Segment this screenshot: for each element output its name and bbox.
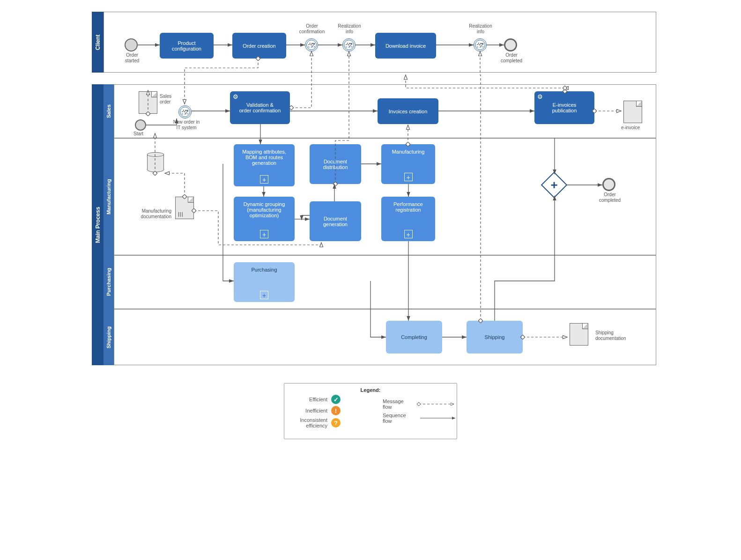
product-configuration-task: Product configuration [160,33,214,59]
client-start-label: Order started [121,52,143,64]
einvoice-label: e-invoice [621,125,640,131]
mfg-end-label: Order completed [597,192,623,203]
document-generation-task: Document generation [310,201,361,241]
lane-sales-header: Sales [104,84,114,138]
legend-title: Legend: [290,387,451,393]
mfg-doc: ||| [175,197,194,219]
performance-registration-task: Performance registration+ [381,197,435,241]
client-end-event [504,38,517,52]
sales-start-event [135,119,146,131]
invoices-creation-task: Invoices creation [378,98,438,124]
pool-client-header: Client [92,12,104,73]
completing-task: Completing [386,321,442,354]
sales-order-doc [139,91,157,114]
legend-box: Legend: Efficient✓ Inefficient! Inconsis… [284,383,457,439]
order-confirmation-event [305,38,318,52]
mapping-task: Mapping attributes, BOM and routes gener… [234,144,295,186]
document-distribution-task: Document distribution [310,144,361,184]
pool-main-header: Main Process [92,84,104,365]
datastore-icon [147,152,164,173]
legend-msgflow-label: Message flow [383,398,413,410]
shipping-doc [570,323,588,346]
check-icon: ✓ [331,395,341,404]
mfg-doc-label: Manufacturing documentation [129,208,171,220]
sales-order-label: Sales order [160,94,171,105]
legend-efficient-label: Efficient [290,397,327,402]
client-start-event [125,38,138,52]
gear-icon: ⚙ [537,93,543,100]
shipping-doc-label: Shipping documentation [595,330,626,341]
sales-start-label: Start [133,131,143,137]
einvoice-doc [623,101,642,123]
legend-seqflow-label: Sequence flow [383,413,414,424]
bpmn-diagram: Client Main Process Sales Manufacturing … [78,0,663,464]
purchasing-task: Purchasing+ [234,262,295,302]
realization-info1-label: Realization info [334,23,364,35]
legend-inconsistent-label: Inconsistent efficiency [290,417,327,428]
lane-purchasing-header: Purchasing [104,255,114,309]
lane-purchasing-body [114,255,656,309]
gear-icon: ⚙ [233,93,238,100]
warning-icon: ! [331,406,341,415]
order-confirmation-label: Order confirmation [296,23,328,35]
lane-mfg-header: Manufacturing [104,138,114,255]
legend-inefficient-label: Inefficient [290,408,327,413]
realization-info2-label: Realization info [466,23,496,35]
order-creation-task: Order creation [232,33,286,59]
question-icon: ? [331,418,341,427]
lane-shipping-header: Shipping [104,309,114,365]
dynamic-grouping-task: Dynamic grouping (manufacturing optimiza… [234,197,295,241]
new-order-event [178,105,192,118]
manufacturing-task: Manufacturing+ [381,144,435,184]
realization-info2-event [474,38,487,52]
client-end-label: Order completed [498,52,525,64]
einvoices-publication-task: ⚙E-invoices publication [534,91,594,124]
shipping-task: Shipping [467,321,523,354]
new-order-label: New order in IT system [170,119,203,131]
mfg-end-event [602,178,615,191]
download-invoice-task: Download invoice [375,33,436,59]
realization-info1-event [342,38,356,52]
validation-task: ⚙Validation & order confirmation [230,91,290,124]
